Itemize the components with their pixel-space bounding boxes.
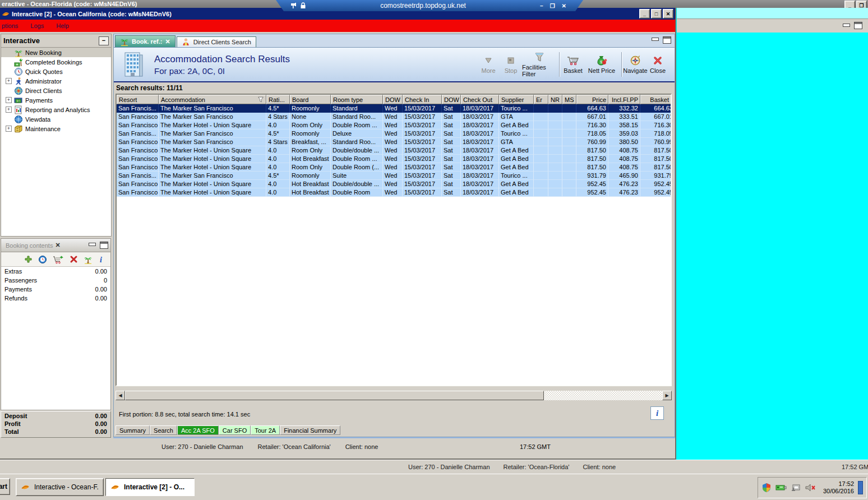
column-header-dow[interactable]: DOW bbox=[383, 95, 403, 104]
bottom-tab-summary[interactable]: Summary bbox=[116, 425, 150, 435]
table-row[interactable]: San FranciscoThe Marker San Francisco4 S… bbox=[117, 113, 671, 121]
stop-button[interactable]: Stop bbox=[500, 55, 522, 74]
column-header-ms[interactable]: MS bbox=[562, 95, 576, 104]
sidebar-item-direct-clients[interactable]: Direct Clients bbox=[1, 86, 111, 95]
expand-plus-icon[interactable]: + bbox=[6, 97, 12, 103]
info-icon[interactable]: i bbox=[98, 255, 105, 263]
booking-close-icon[interactable]: ✕ bbox=[55, 242, 60, 249]
column-header-dow[interactable]: DOW bbox=[442, 95, 461, 104]
info-button[interactable]: i bbox=[650, 406, 664, 420]
column-header-nr[interactable]: NR bbox=[548, 95, 562, 104]
facilities-filter-button[interactable]: Facilities Filter bbox=[522, 52, 557, 77]
column-header-supplier[interactable]: Supplier bbox=[499, 95, 534, 104]
column-header-basket[interactable]: Basket bbox=[640, 95, 671, 104]
nett-price-button[interactable]: $Nett Price bbox=[584, 55, 619, 74]
app-close-button[interactable]: ✕ bbox=[663, 9, 673, 18]
column-header-price[interactable]: Price bbox=[576, 95, 608, 104]
sidebar-item-administrator[interactable]: +Administrator bbox=[1, 76, 111, 86]
panel-restore-icon[interactable] bbox=[854, 22, 862, 29]
table-row[interactable]: San FranciscoThe Marker Hotel - Union Sq… bbox=[117, 188, 671, 197]
menu-ptions[interactable]: ptions bbox=[1, 21, 19, 30]
rdp-minimize-icon[interactable]: – bbox=[540, 3, 543, 9]
start-button[interactable]: art bbox=[0, 478, 10, 495]
palm-icon[interactable] bbox=[84, 255, 93, 264]
menu-help[interactable]: Help bbox=[55, 21, 70, 30]
panel-minimize-icon[interactable] bbox=[87, 242, 96, 248]
bottom-tab-tour-2a[interactable]: Tour 2A bbox=[251, 425, 280, 435]
scroll-left-arrow-icon[interactable]: ◀ bbox=[116, 391, 125, 400]
network-connection-icon[interactable] bbox=[791, 483, 801, 492]
sidebar-item-payments[interactable]: +$Payments bbox=[1, 95, 111, 105]
tab-direct-clients-search[interactable]: Direct Clients Search bbox=[177, 36, 256, 47]
scroll-right-arrow-icon[interactable]: ▶ bbox=[662, 391, 672, 400]
expand-plus-icon[interactable]: + bbox=[6, 78, 12, 84]
bottom-tab-financial-summary[interactable]: Financial Summary bbox=[280, 425, 340, 435]
booking-row-payments[interactable]: Payments0.00 bbox=[1, 285, 110, 294]
navigate-button[interactable]: Navigate bbox=[624, 55, 647, 74]
network-card-icon[interactable] bbox=[775, 484, 787, 492]
close-button[interactable]: Close bbox=[647, 55, 669, 74]
volume-muted-icon[interactable] bbox=[805, 483, 816, 492]
table-row[interactable]: San FranciscoThe Marker Hotel - Union Sq… bbox=[117, 180, 671, 188]
app-maximize-button[interactable]: □ bbox=[651, 9, 662, 18]
table-row[interactable]: San FranciscoThe Marker Hotel - Union Sq… bbox=[117, 163, 671, 172]
booking-row-extras[interactable]: Extras0.00 bbox=[1, 267, 110, 276]
column-header-resort[interactable]: Resort bbox=[117, 95, 159, 104]
table-row[interactable]: San FranciscoThe Marker San Francisco4 S… bbox=[117, 138, 671, 146]
table-row[interactable]: San FranciscoThe Marker Hotel - Union Sq… bbox=[117, 146, 671, 155]
tab-close-icon[interactable]: ✕ bbox=[165, 38, 170, 45]
tray-clock[interactable]: 17:52 30/06/2016 bbox=[823, 480, 854, 495]
app-minimize-button[interactable]: _ bbox=[639, 9, 650, 18]
more-button[interactable]: More bbox=[477, 55, 500, 74]
bottom-tab-search[interactable]: Search bbox=[150, 425, 177, 435]
sidebar-item-new-booking[interactable]: New Booking bbox=[1, 48, 111, 57]
tab-book-ref-none-[interactable]: Book. ref.: ✕ bbox=[115, 35, 176, 47]
menu-logs[interactable]: Logs bbox=[29, 21, 45, 30]
column-header-er[interactable]: Er bbox=[534, 95, 548, 104]
sidebar-item-maintenance[interactable]: +Maintenance bbox=[1, 124, 111, 133]
booking-row-passengers[interactable]: Passengers0 bbox=[1, 276, 110, 285]
pin-icon[interactable] bbox=[290, 2, 297, 9]
column-header-check-out[interactable]: Check Out bbox=[461, 95, 499, 104]
booking-row-refunds[interactable]: Refunds0.00 bbox=[1, 294, 110, 303]
sidebar-item-reporting-and-analytics[interactable]: +Reporting and Analytics bbox=[1, 105, 111, 114]
scrollbar-thumb[interactable] bbox=[125, 391, 544, 400]
column-header-incl-fl-pp[interactable]: Incl.Fl.PP bbox=[608, 95, 640, 104]
sidebar-collapse-button[interactable]: − bbox=[99, 36, 109, 45]
table-row[interactable]: San FranciscoThe Marker Hotel - Union Sq… bbox=[117, 155, 671, 163]
sidebar-item-viewdata[interactable]: Viewdata bbox=[1, 114, 111, 124]
column-header-board[interactable]: Board bbox=[290, 95, 331, 104]
panel-minimize-icon[interactable] bbox=[842, 22, 851, 29]
filter-funnel-icon[interactable] bbox=[257, 96, 264, 103]
basket-button[interactable]: Basket bbox=[562, 55, 584, 74]
cart-arrow-icon[interactable] bbox=[53, 255, 64, 264]
rdp-close-icon[interactable]: ✕ bbox=[562, 3, 566, 9]
cell-board: Roomonly bbox=[290, 172, 331, 180]
refresh-clock-icon[interactable] bbox=[38, 255, 47, 264]
table-row[interactable]: San Francis...The Marker San Francisco4.… bbox=[117, 172, 671, 180]
rdp-restore-icon[interactable]: ❐ bbox=[550, 3, 555, 9]
add-icon[interactable] bbox=[24, 255, 33, 263]
panel-restore-icon[interactable] bbox=[100, 242, 108, 249]
scrollbar-track[interactable] bbox=[125, 391, 662, 400]
panel-restore-icon[interactable] bbox=[663, 36, 671, 44]
column-header-accommodation[interactable]: Accommodation bbox=[159, 95, 266, 104]
sidebar-item-quick-quotes[interactable]: Quick Quotes bbox=[1, 67, 111, 76]
table-row[interactable]: San Francis...The Marker San Francisco4.… bbox=[117, 104, 671, 113]
taskbar-button-1[interactable]: Interactive - Ocean-F... bbox=[16, 478, 104, 496]
bottom-tab-car-sfo[interactable]: Car SFO bbox=[219, 425, 251, 435]
panel-minimize-icon[interactable] bbox=[650, 36, 659, 43]
column-header-check-in[interactable]: Check In bbox=[403, 95, 442, 104]
bottom-tab-acc-2a-sfo[interactable]: Acc 2A SFO bbox=[177, 425, 219, 435]
sidebar-item-completed-bookings[interactable]: Completed Bookings bbox=[1, 57, 111, 67]
table-row[interactable]: San Francis...The Marker San Francisco4.… bbox=[117, 129, 671, 138]
table-row[interactable]: San FranciscoThe Marker Hotel - Union Sq… bbox=[117, 121, 671, 129]
expand-plus-icon[interactable]: + bbox=[6, 126, 12, 132]
expand-plus-icon[interactable]: + bbox=[6, 107, 12, 113]
delete-x-icon[interactable] bbox=[70, 255, 78, 263]
horizontal-scrollbar[interactable]: ◀ ▶ bbox=[116, 391, 672, 400]
antivirus-shield-icon[interactable] bbox=[761, 483, 772, 493]
column-header-room-type[interactable]: Room type bbox=[331, 95, 383, 104]
column-header-rati-[interactable]: Rati... bbox=[266, 95, 290, 104]
taskbar-button-2[interactable]: Interactive [2] - O... bbox=[105, 478, 195, 496]
